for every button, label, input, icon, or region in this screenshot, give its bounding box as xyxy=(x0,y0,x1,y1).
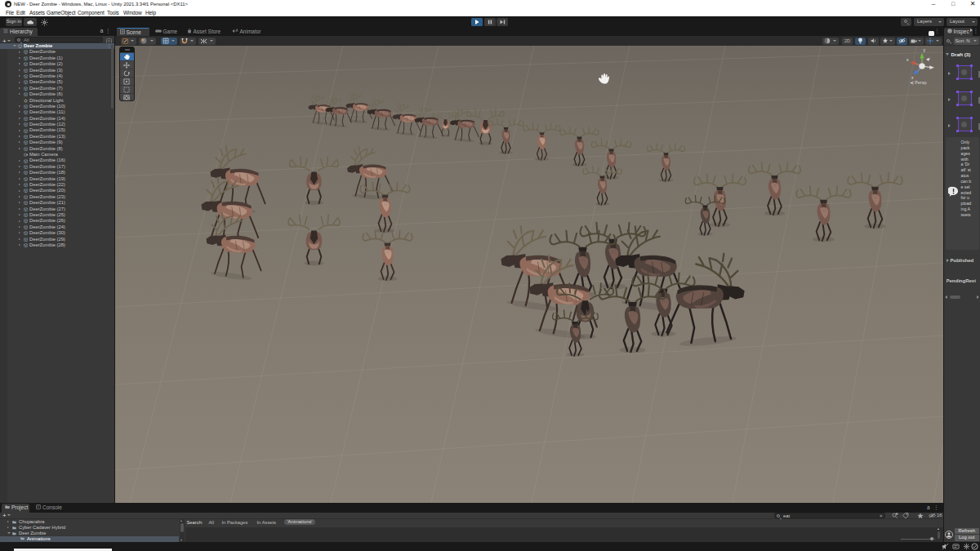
scroll-down-icon[interactable] xyxy=(180,540,182,541)
hierarchy-item[interactable]: DeerZombie (4) xyxy=(0,73,114,79)
effects-dropdown[interactable] xyxy=(880,38,895,45)
tool-settings-dropdown[interactable] xyxy=(121,38,136,45)
hierarchy-kebab-icon[interactable]: ⋮ xyxy=(105,28,111,34)
hierarchy-item[interactable]: DeerZombie (28) xyxy=(0,242,114,248)
foldout-closed-icon[interactable] xyxy=(19,87,20,89)
hierarchy-item[interactable]: DeerZombie (11) xyxy=(0,109,114,115)
console-message-icon[interactable] xyxy=(952,543,960,550)
foldout-closed-icon[interactable] xyxy=(19,166,20,167)
hierarchy-item[interactable]: DeerZombie (3) xyxy=(0,68,114,73)
hierarchy-item[interactable]: DeerZombie (25) xyxy=(0,212,114,218)
project-folder-row[interactable]: Deer Zombie xyxy=(0,531,179,536)
foldout-closed-icon[interactable] xyxy=(19,105,20,107)
hierarchy-item[interactable]: DeerZombie (1) xyxy=(0,56,114,61)
menu-edit[interactable]: Edit xyxy=(16,10,25,16)
hierarchy-item[interactable]: DeerZombie (13) xyxy=(0,134,114,140)
search-button[interactable] xyxy=(901,18,911,26)
search-filter-pill[interactable]: 'Animations' xyxy=(284,519,316,525)
hidden-packages-eye-icon[interactable] xyxy=(929,513,936,519)
hierarchy-item[interactable]: DeerZombie (27) xyxy=(0,207,114,212)
menu-assets[interactable]: Assets xyxy=(29,10,45,16)
menu-window[interactable]: Window xyxy=(123,10,142,16)
foldout-closed-icon[interactable] xyxy=(19,226,20,228)
foldout-closed-icon[interactable] xyxy=(19,178,20,180)
scroll-up-icon[interactable] xyxy=(180,520,182,522)
scrollbar-thumb[interactable] xyxy=(950,295,960,300)
maximize-button[interactable]: □ xyxy=(949,0,957,8)
sort-dropdown[interactable]: Sort: N xyxy=(954,38,979,45)
foldout-closed-icon[interactable] xyxy=(948,72,951,75)
draft-foldout[interactable]: Draft (3) xyxy=(946,51,971,57)
refresh-button[interactable]: Refresh xyxy=(955,528,980,535)
slider-knob[interactable] xyxy=(930,537,934,541)
scroll-left-icon[interactable] xyxy=(945,295,947,299)
hierarchy-item[interactable]: Deer Zombie⋮ xyxy=(0,43,114,49)
hierarchy-item[interactable]: DeerZombie (30) xyxy=(0,230,114,236)
audio-toggle-button[interactable] xyxy=(868,38,879,45)
tab-hierarchy[interactable]: Hierarchy xyxy=(0,28,38,37)
pivot-dropdown[interactable] xyxy=(139,38,156,45)
foldout-closed-icon[interactable] xyxy=(19,232,20,233)
foldout-closed-icon[interactable] xyxy=(7,527,9,528)
hierarchy-item[interactable]: DeerZombie xyxy=(0,49,114,55)
project-search-input[interactable]: eat ✕ xyxy=(774,513,885,518)
foldout-open-icon[interactable] xyxy=(13,45,16,47)
hierarchy-item[interactable]: DeerZombie (5) xyxy=(0,79,114,85)
grid-snapping-dropdown[interactable] xyxy=(161,38,177,45)
rect-tool-button[interactable] xyxy=(120,85,134,93)
hierarchy-item[interactable]: DeerZombie (2) xyxy=(0,61,114,67)
hierarchy-item[interactable]: DeerZombie (10) xyxy=(0,104,114,109)
hierarchy-item[interactable]: DeerZombie (19) xyxy=(0,176,114,182)
foldout-closed-icon[interactable] xyxy=(19,82,20,83)
foldout-closed-icon[interactable] xyxy=(19,69,20,71)
foldout-closed-icon[interactable] xyxy=(948,124,951,127)
project-tree-scrollbar[interactable] xyxy=(180,519,185,542)
scene-kebab-icon[interactable]: ⋮ xyxy=(934,28,940,34)
hierarchy-item[interactable]: DeerZombie (7) xyxy=(0,86,114,91)
foldout-closed-icon[interactable] xyxy=(19,123,20,125)
foldout-closed-icon[interactable] xyxy=(19,196,20,198)
hierarchy-item[interactable]: DeerZombie (6) xyxy=(0,91,114,97)
snap-increment-dropdown[interactable] xyxy=(180,38,196,45)
tab-animator[interactable]: Animator xyxy=(229,28,265,37)
foldout-closed-icon[interactable] xyxy=(19,220,20,222)
activity-check-icon[interactable] xyxy=(971,543,978,550)
foldout-closed-icon[interactable] xyxy=(19,148,20,149)
draw-mode-dropdown[interactable] xyxy=(822,38,839,45)
hierarchy-item[interactable]: DeerZombie (23) xyxy=(0,194,114,200)
tab-asset-store[interactable]: Asset Store xyxy=(184,28,226,37)
hierarchy-item[interactable]: DeerZombie (18) xyxy=(0,170,114,176)
search-scope-in-assets[interactable]: In Assets xyxy=(257,519,277,527)
search-by-label-icon[interactable] xyxy=(902,513,910,519)
save-search-star-icon[interactable] xyxy=(917,513,924,519)
persp-label[interactable]: ◂| Persp xyxy=(910,80,926,85)
tab-scene[interactable]: Scene xyxy=(117,28,149,37)
clear-search-icon[interactable]: ✕ xyxy=(879,513,883,519)
publisher-horizontal-scrollbar[interactable] xyxy=(945,295,979,300)
draft-package-item[interactable] xyxy=(944,63,980,86)
search-scope-all[interactable]: All xyxy=(209,519,214,527)
hierarchy-item[interactable]: DeerZombie (20) xyxy=(0,188,114,193)
toggle-2d-button[interactable]: 2D xyxy=(842,38,853,45)
menu-tools[interactable]: Tools xyxy=(107,10,119,16)
scrollbar-thumb[interactable] xyxy=(938,531,940,539)
menu-gameobject[interactable]: GameObject xyxy=(47,10,76,16)
lighting-toggle-button[interactable] xyxy=(855,38,866,45)
tab-inspector[interactable]: iInspec xyxy=(944,28,973,37)
gear-icon[interactable] xyxy=(38,18,50,26)
menu-file[interactable]: File xyxy=(6,10,14,16)
foldout-closed-icon[interactable] xyxy=(948,98,951,101)
foldout-closed-icon[interactable] xyxy=(19,111,20,113)
close-button[interactable]: ✕ xyxy=(969,0,977,8)
foldout-closed-icon[interactable] xyxy=(19,214,20,216)
project-add-button[interactable]: + xyxy=(2,512,11,519)
tab-game[interactable]: Game xyxy=(152,28,181,37)
cloud-button[interactable] xyxy=(24,18,37,26)
camera-settings-dropdown[interactable] xyxy=(909,38,924,45)
hierarchy-item[interactable]: DeerZombie (29) xyxy=(0,237,114,242)
foldout-closed-icon[interactable] xyxy=(19,208,20,210)
layers-dropdown[interactable]: Layers xyxy=(914,18,944,26)
pause-button[interactable] xyxy=(484,18,496,27)
scale-tool-button[interactable] xyxy=(120,77,134,85)
hierarchy-item[interactable]: DeerZombie (22) xyxy=(0,182,114,188)
